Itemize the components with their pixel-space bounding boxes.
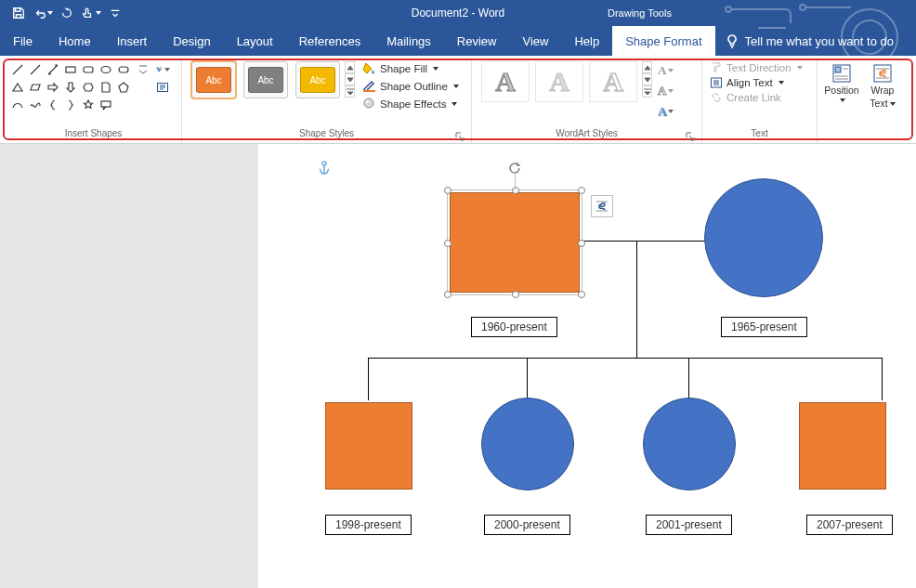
wa-down-button[interactable] — [642, 73, 652, 85]
circle-child-2[interactable] — [481, 398, 574, 490]
label-child-3[interactable]: 2001-present — [646, 515, 732, 535]
touch-mode-button[interactable] — [80, 2, 102, 24]
qat-customize-button[interactable] — [104, 2, 126, 24]
save-button[interactable] — [7, 2, 30, 24]
shape-arrow-down-icon[interactable] — [62, 79, 79, 96]
shape-line2-icon[interactable] — [27, 61, 44, 78]
shape-outline-icon — [362, 79, 376, 93]
circle-child-3[interactable] — [643, 398, 736, 490]
menu-layout[interactable]: Layout — [224, 26, 286, 56]
rect-child-4[interactable] — [799, 402, 886, 490]
group-text: Text Direction Align Text Create Link Te… — [702, 59, 818, 143]
ribbon: Insert Shapes Abc Abc Abc Shape F — [0, 56, 916, 144]
resize-handle-ne[interactable] — [578, 187, 585, 194]
shape-styles-gallery[interactable]: Abc Abc Abc — [186, 59, 342, 98]
shapes-gallery-more[interactable] — [136, 61, 150, 78]
wordart-thumb-2[interactable]: A — [535, 61, 583, 102]
menu-mailings[interactable]: Mailings — [373, 26, 444, 56]
resize-handle-w[interactable] — [444, 240, 451, 247]
position-icon — [831, 63, 852, 84]
circle-parent-2[interactable] — [704, 178, 823, 297]
tell-me-search[interactable]: Tell me what you want to do — [715, 26, 894, 56]
shape-effects-button[interactable]: Shape Effects — [360, 96, 461, 111]
wa-up-button[interactable] — [642, 61, 652, 73]
resize-handle-s[interactable] — [512, 291, 519, 298]
redo-button[interactable] — [56, 2, 78, 24]
position-button[interactable]: Position — [823, 61, 860, 109]
style-thumb-3[interactable]: Abc — [295, 61, 340, 98]
shapes-gallery[interactable] — [9, 59, 132, 113]
gallery-more-button[interactable] — [345, 85, 355, 98]
wordart-thumb-1[interactable]: A — [481, 61, 530, 102]
style-thumb-2[interactable]: Abc — [243, 61, 288, 98]
shape-pentagon-icon[interactable] — [115, 79, 132, 96]
context-tab-title: Drawing Tools — [595, 0, 685, 26]
resize-handle-sw[interactable] — [444, 291, 451, 298]
draw-text-box-button[interactable] — [154, 79, 171, 96]
align-text-button[interactable]: Align Text — [710, 76, 803, 89]
text-fill-button[interactable]: A — [656, 60, 686, 81]
shape-connector-icon[interactable] — [45, 61, 61, 78]
menu-insert[interactable]: Insert — [104, 26, 161, 56]
wa-more-button[interactable] — [642, 85, 652, 98]
gallery-down-button[interactable] — [345, 73, 355, 85]
shape-roundrect-icon[interactable] — [80, 61, 97, 78]
label-child-1[interactable]: 1998-present — [325, 515, 412, 535]
resize-handle-n[interactable] — [512, 187, 519, 194]
rect-child-1[interactable] — [325, 402, 412, 490]
shape-brace-right-icon[interactable] — [62, 97, 79, 113]
shape-outline-button[interactable]: Shape Outline — [360, 78, 461, 94]
resize-handle-se[interactable] — [578, 291, 585, 298]
resize-handle-e[interactable] — [578, 240, 585, 247]
connector — [368, 358, 369, 400]
wrap-text-button[interactable]: Wrap Text — [864, 61, 901, 109]
rotation-handle[interactable] — [508, 162, 521, 175]
page[interactable]: 1960-present 1965-present 1998-present 2… — [258, 144, 916, 588]
edit-shape-button[interactable] — [154, 61, 171, 78]
shape-roundrect2-icon[interactable] — [115, 61, 132, 78]
undo-button[interactable] — [32, 2, 54, 24]
shape-arrow-right-icon[interactable] — [45, 79, 61, 96]
menu-review[interactable]: Review — [444, 26, 510, 56]
shape-star-icon[interactable] — [80, 97, 97, 113]
layout-options-button[interactable] — [591, 195, 613, 217]
shape-wave-icon[interactable] — [27, 97, 44, 113]
wrap-text-label1: Wrap — [871, 85, 895, 97]
menu-help[interactable]: Help — [561, 26, 612, 56]
group-label-wordart: WordArt Styles — [476, 128, 698, 143]
shape-styles-dialog-launcher[interactable] — [454, 132, 465, 143]
menu-design[interactable]: Design — [160, 26, 223, 56]
wordart-dialog-launcher[interactable] — [685, 132, 696, 143]
position-label: Position — [824, 85, 858, 97]
menu-references[interactable]: References — [286, 26, 373, 56]
wordart-gallery[interactable]: A A A — [476, 59, 639, 102]
menu-file[interactable]: File — [0, 26, 46, 56]
resize-handle-nw[interactable] — [444, 187, 451, 194]
shape-parallelogram-icon[interactable] — [27, 79, 44, 96]
shape-callout-icon[interactable] — [98, 97, 114, 113]
shape-line-icon[interactable] — [9, 61, 26, 78]
style-thumb-1[interactable]: Abc — [191, 61, 236, 98]
label-child-4[interactable]: 2007-present — [806, 515, 893, 535]
label-parent-2[interactable]: 1965-present — [721, 317, 807, 337]
document-area: 1960-present 1965-present 1998-present 2… — [0, 144, 916, 588]
shape-triangle-icon[interactable] — [9, 79, 26, 96]
menu-home[interactable]: Home — [46, 26, 104, 56]
shape-brace-left-icon[interactable] — [45, 97, 61, 113]
group-label-arrange — [821, 128, 897, 143]
wordart-thumb-3[interactable]: A — [589, 61, 637, 102]
shape-rect-icon[interactable] — [62, 61, 79, 78]
shape-document-icon[interactable] — [98, 79, 114, 96]
menu-view[interactable]: View — [509, 26, 561, 56]
shape-hexagon-icon[interactable] — [80, 79, 97, 96]
shape-curve-icon[interactable] — [9, 97, 26, 113]
shape-ellipse-icon[interactable] — [98, 61, 114, 78]
shape-fill-button[interactable]: Shape Fill — [360, 60, 461, 76]
label-child-2[interactable]: 2000-present — [484, 515, 570, 535]
menu-shape-format[interactable]: Shape Format — [612, 26, 714, 56]
connector — [527, 358, 528, 400]
label-parent-1[interactable]: 1960-present — [471, 317, 557, 337]
text-outline-button[interactable]: A — [656, 81, 686, 101]
text-effects-button[interactable]: A — [656, 101, 686, 122]
gallery-up-button[interactable] — [345, 61, 355, 73]
